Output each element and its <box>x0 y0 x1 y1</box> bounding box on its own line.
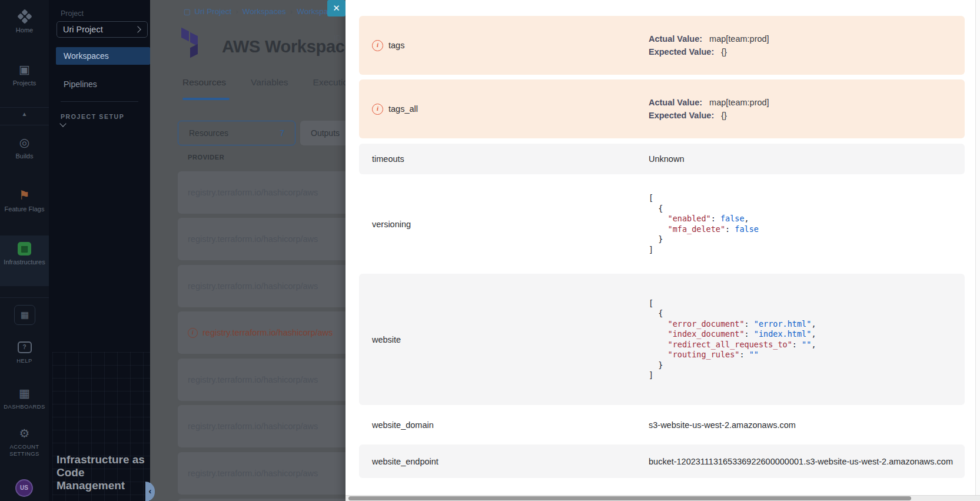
attribute-row-tags_all: itags_allActual Value:map[team:prod]Expe… <box>359 79 965 138</box>
expected-value-label: Expected Value: <box>649 111 714 120</box>
drift-details-drawer: itagsActual Value:map[team:prod]Expected… <box>346 0 980 501</box>
attribute-value: [ { "enabled": false, "mfa_delete": fals… <box>649 193 965 255</box>
attribute-value: s3-website-us-west-2.amazonaws.com <box>649 420 965 430</box>
attribute-row-versioning: versioning[ { "enabled": false, "mfa_del… <box>359 174 965 274</box>
attribute-name: website_domain <box>372 420 434 430</box>
drift-warning-icon: i <box>372 104 383 115</box>
json-code-block: [ { "enabled": false, "mfa_delete": fals… <box>649 193 965 255</box>
attribute-name: timeouts <box>372 154 404 164</box>
actual-value-label: Actual Value: <box>649 34 702 44</box>
drift-warning-icon: i <box>372 40 383 51</box>
vertical-scrollbar[interactable] <box>975 0 980 501</box>
attribute-row-website_endpoint: website_endpointbucket-12023111316533692… <box>359 444 965 478</box>
drawer-backdrop[interactable] <box>0 0 346 501</box>
attribute-value: bucket-120231113165336922600000001.s3-we… <box>649 457 965 466</box>
attribute-row-website_domain: website_domains3-website-us-west-2.amazo… <box>359 405 965 444</box>
attribute-value: Unknown <box>649 154 965 164</box>
attribute-value: Actual Value:map[team:prod]Expected Valu… <box>649 31 965 60</box>
attribute-name: website_endpoint <box>372 457 438 466</box>
attribute-name: versioning <box>372 220 411 229</box>
attribute-name: tags <box>388 41 404 50</box>
horizontal-scrollbar[interactable] <box>346 495 980 501</box>
drawer-close-button[interactable]: ✕ <box>327 0 346 16</box>
json-code-block: [ { "error_document": "error.html", "ind… <box>649 298 965 381</box>
actual-value: map[team:prod] <box>709 34 769 44</box>
expected-value-label: Expected Value: <box>649 47 714 57</box>
screen: Home▣Projects◎Builds⚑Feature Flags▦Infra… <box>0 0 980 501</box>
attribute-value: [ { "error_document": "error.html", "ind… <box>649 298 965 381</box>
attribute-name: tags_all <box>388 104 418 114</box>
horizontal-scrollbar-thumb[interactable] <box>348 496 911 500</box>
actual-value-label: Actual Value: <box>649 98 702 107</box>
attribute-value: Actual Value:map[team:prod]Expected Valu… <box>649 95 965 124</box>
expected-value: {} <box>721 111 727 120</box>
expected-value: {} <box>721 47 727 57</box>
attribute-name: website <box>372 335 401 344</box>
attribute-row-website: website[ { "error_document": "error.html… <box>359 274 965 405</box>
actual-value: map[team:prod] <box>709 98 769 107</box>
attribute-row-timeouts: timeoutsUnknown <box>359 144 965 174</box>
attribute-row-tags: itagsActual Value:map[team:prod]Expected… <box>359 16 965 75</box>
